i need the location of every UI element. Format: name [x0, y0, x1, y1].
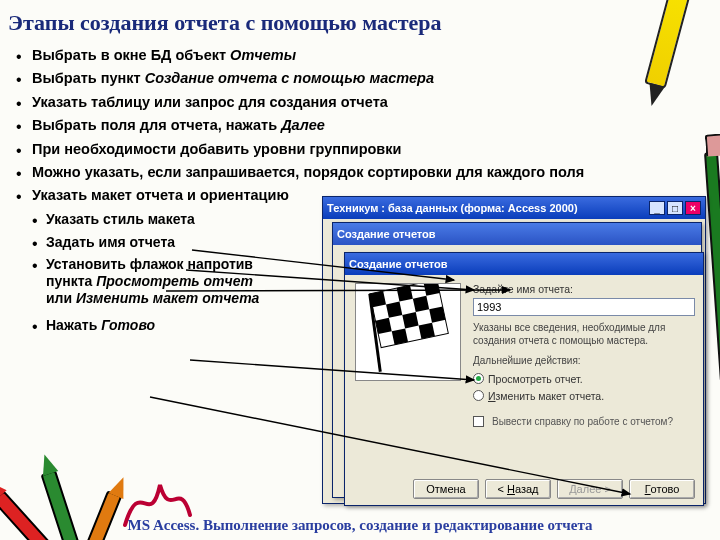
bullet-2: Выбрать пункт Создание отчета с помощью … — [14, 70, 714, 87]
access-window-stack: Техникум : база данных (форма: Access 20… — [322, 196, 710, 510]
titlebar-wizard-back: Создание отчетов — [333, 223, 701, 245]
svg-rect-8 — [402, 312, 418, 328]
titlebar-main: Техникум : база данных (форма: Access 20… — [323, 197, 705, 219]
svg-rect-5 — [386, 302, 402, 318]
close-button[interactable]: × — [685, 201, 701, 215]
back-button[interactable]: < Назад — [485, 479, 551, 499]
cancel-button[interactable]: Отмена — [413, 479, 479, 499]
bullet-10: Установить флажок напротив пункта Просмо… — [32, 256, 272, 306]
report-name-input[interactable] — [473, 298, 695, 316]
checkbox-help[interactable]: Вывести справку по работе с отчетом? — [473, 416, 695, 427]
radio-view-report[interactable]: Просмотреть отчет. — [473, 373, 695, 385]
checkbox-help-label: Вывести справку по работе с отчетом? — [492, 416, 673, 427]
svg-rect-11 — [419, 323, 435, 339]
titlebar-wizard-back-text: Создание отчетов — [337, 228, 697, 240]
radio-edit-layout[interactable]: Изменить макет отчета. — [473, 390, 695, 402]
checkbox-icon — [473, 416, 484, 427]
wizard-description: Указаны все сведения, необходимые для со… — [473, 322, 695, 347]
bullet-4: Выбрать поля для отчета, нажать Далее — [14, 117, 714, 134]
svg-rect-7 — [375, 318, 391, 334]
bullet-3: Указать таблицу или запрос для создания … — [14, 94, 714, 111]
window-controls: _ □ × — [649, 201, 701, 215]
report-name-label: Задайте имя отчета: — [473, 283, 695, 295]
radio-icon — [473, 390, 484, 401]
svg-rect-6 — [413, 296, 429, 312]
titlebar-wizard: Создание отчетов — [345, 253, 703, 275]
bullet-5: При необходимости добавить уровни группи… — [14, 141, 714, 158]
slide-footer: MS Access. Выполнение запросов, создание… — [0, 517, 720, 534]
slide-title: Этапы создания отчета с помощью мастера — [8, 10, 442, 36]
checkered-flag-icon — [355, 283, 461, 381]
minimize-button[interactable]: _ — [649, 201, 665, 215]
titlebar-main-text: Техникум : база данных (форма: Access 20… — [327, 202, 649, 214]
wizard-button-row: Отмена < Назад Далее > Готово — [413, 479, 695, 499]
radio-view-label: Просмотреть отчет. — [488, 373, 583, 385]
svg-rect-9 — [429, 306, 445, 322]
wizard-window-front: Создание отчетов — [344, 252, 704, 506]
titlebar-wizard-text: Создание отчетов — [349, 258, 699, 270]
radio-edit-label: Изменить макет отчета. — [488, 390, 604, 402]
bullet-6: Можно указать, если запрашивается, поряд… — [14, 164, 714, 181]
next-button: Далее > — [557, 479, 623, 499]
done-button[interactable]: Готово — [629, 479, 695, 499]
radio-icon — [473, 373, 484, 384]
wizard-next-label: Дальнейшие действия: — [473, 355, 695, 368]
svg-rect-3 — [397, 285, 413, 301]
svg-rect-10 — [392, 328, 408, 344]
maximize-button[interactable]: □ — [667, 201, 683, 215]
wizard-body: Задайте имя отчета: Указаны все сведения… — [473, 281, 695, 465]
bullet-1: Выбрать в окне БД объект Отчеты — [14, 47, 714, 64]
